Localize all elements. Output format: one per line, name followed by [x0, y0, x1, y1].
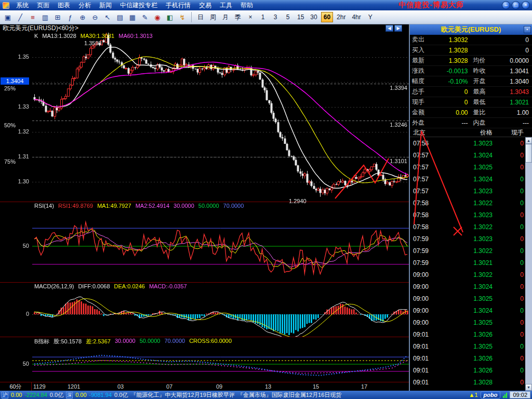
- x-axis-label: 03: [117, 383, 124, 390]
- x-axis-label: 1129: [33, 383, 46, 390]
- menu-item[interactable]: 分析: [74, 1, 95, 10]
- restore-button[interactable]: □: [512, 1, 520, 9]
- tick-header-price: 价格: [440, 128, 506, 137]
- prev-page-button[interactable]: ◀: [385, 25, 393, 32]
- clock: 09:02: [510, 391, 530, 398]
- menu-item[interactable]: 交易: [195, 1, 216, 10]
- period-button-week[interactable]: 周: [207, 12, 219, 22]
- menu-item[interactable]: 页面: [33, 1, 54, 10]
- export-icon[interactable]: ▤: [114, 11, 126, 23]
- quote-label: 涨跌: [412, 66, 431, 75]
- tick-time: 07:57: [413, 164, 440, 171]
- tick-price: 1.3025: [440, 319, 506, 326]
- low-price-label: 1.2940: [289, 198, 307, 205]
- toolbar-icons: ▣╱≡▥⊞ƒ⊕⊖↖▤▦✎◉◧↯: [2, 11, 189, 23]
- menu-item[interactable]: 手机行情: [162, 1, 195, 10]
- quote-label: 买入: [412, 46, 431, 55]
- period-button-year[interactable]: Y: [365, 12, 376, 22]
- period-button-month[interactable]: 月: [220, 12, 231, 22]
- zoom-in-icon[interactable]: ⊕: [77, 11, 88, 23]
- x-axis-label: 13: [265, 383, 271, 390]
- b-axis-label: 50: [0, 361, 29, 367]
- app-title: 中信建投-博易大师: [398, 1, 464, 10]
- lightning-icon[interactable]: ↯: [177, 11, 188, 23]
- shenzhen-change: -9081.94: [89, 392, 112, 398]
- menu-item[interactable]: 工具: [216, 1, 236, 10]
- period-button-m3[interactable]: 3: [270, 12, 281, 22]
- tick-scrollbar[interactable]: ▲ ▼: [525, 137, 532, 391]
- x-axis: 60分 11291201030709131517: [0, 382, 409, 391]
- menu-item[interactable]: 帮助: [236, 1, 257, 10]
- period-button-h2[interactable]: 2hr: [334, 12, 348, 22]
- fib-percent-label: 25%: [4, 85, 16, 92]
- panel-menu-button[interactable]: ▪: [524, 26, 531, 33]
- palette-icon[interactable]: ◧: [164, 11, 176, 23]
- quote-row: 卖出1.30320: [410, 35, 532, 45]
- tick-price: 1.3024: [440, 307, 506, 314]
- rsi-ref-70: 70.0000: [223, 203, 244, 209]
- tick-price: 1.3023: [440, 211, 506, 219]
- shenzhen-index: 0.00: [75, 392, 86, 398]
- scrollbar-thumb[interactable]: [525, 144, 532, 163]
- quote-row: 买入1.30280: [410, 45, 532, 56]
- fib-percent-label: 50%: [4, 122, 16, 129]
- tick-row: 09:001.30240: [410, 281, 532, 292]
- period-button-m30[interactable]: 30: [308, 12, 320, 22]
- pointer-icon[interactable]: ↖: [102, 11, 113, 23]
- menu-item[interactable]: 系统: [12, 1, 33, 10]
- zoom-out-icon[interactable]: ⊖: [89, 11, 101, 23]
- pobo-logo: pobo: [481, 391, 501, 398]
- toolbar-separator: [191, 12, 192, 22]
- tick-row: 07:591.30220: [410, 245, 532, 257]
- period-button-m1[interactable]: 1: [257, 12, 269, 22]
- tick-price: 1.3024: [440, 176, 506, 183]
- news-ticker-2[interactable]: 『金属市场』国际废旧金属12月16日现货: [237, 391, 341, 399]
- period-button-custom[interactable]: ×: [245, 12, 256, 22]
- new-page-icon[interactable]: ▣: [2, 11, 14, 23]
- tick-header-volume: 现手: [506, 128, 524, 137]
- period-button-m60[interactable]: 60: [321, 12, 333, 22]
- period-button-m5[interactable]: 5: [282, 12, 294, 22]
- menu-item[interactable]: 中信建投专栏: [116, 1, 162, 10]
- period-button-m15[interactable]: 15: [295, 12, 307, 22]
- candlestick-icon[interactable]: ≡: [27, 11, 38, 23]
- tick-row: 07:591.30210: [410, 257, 532, 269]
- quote-value: -0.0013: [431, 68, 468, 75]
- period-button-day[interactable]: 日: [195, 12, 206, 22]
- close-button[interactable]: ×: [522, 1, 530, 9]
- period-button-quarter[interactable]: 季: [232, 12, 244, 22]
- tick-list[interactable]: 07:561.3023007:571.3024007:571.3025007:5…: [410, 137, 532, 391]
- legend-ma13: MA13:1.3028: [42, 33, 76, 39]
- tick-time: 07:58: [413, 200, 440, 207]
- minimize-button[interactable]: –: [502, 1, 510, 9]
- bar-chart-icon[interactable]: ▥: [39, 11, 51, 23]
- scroll-up-button[interactable]: ▲: [525, 137, 532, 144]
- alarm-icon[interactable]: ◉: [152, 11, 163, 23]
- formula-icon[interactable]: ƒ: [64, 11, 76, 23]
- b-k-value: 股:50.1578: [54, 338, 82, 345]
- news-ticker-1[interactable]: 『能源化工』中大期货12月19日橡胶早评: [130, 391, 234, 399]
- table-icon[interactable]: ▦: [127, 11, 138, 23]
- line-chart-icon[interactable]: ╱: [15, 11, 26, 23]
- quote-value: 1.3041: [492, 68, 529, 75]
- legend-ma60: MA60:1.3013: [118, 33, 152, 39]
- fib-price-label: 1.3101: [371, 158, 407, 165]
- draw-icon[interactable]: ✎: [139, 11, 151, 23]
- page-grid-icon[interactable]: ⊞: [52, 11, 63, 23]
- quote-value: ---: [492, 119, 529, 127]
- quote-label: 卖出: [412, 35, 431, 44]
- menu-item[interactable]: 新闻: [95, 1, 116, 10]
- tick-row: 07:571.30240: [410, 173, 532, 185]
- period-button-h4[interactable]: 4hr: [349, 12, 363, 22]
- tick-volume: 0: [506, 235, 524, 243]
- tick-volume: 0: [506, 188, 524, 195]
- crosshair-price-tag: 1.3404: [1, 77, 29, 85]
- x-axis-label: 09: [216, 383, 222, 390]
- menu-item[interactable]: 图表: [54, 1, 74, 10]
- status-bar: 沪 0.00 -2224.84 0.0亿 深 0.00 -9081.94 0.0…: [0, 391, 532, 399]
- b-ref-50: 50.0000: [140, 338, 161, 345]
- price-axis-label: 1.33: [0, 103, 29, 110]
- quote-value: 0: [431, 88, 468, 96]
- next-page-button[interactable]: ▶: [394, 25, 402, 32]
- scroll-down-button[interactable]: ▼: [525, 384, 532, 391]
